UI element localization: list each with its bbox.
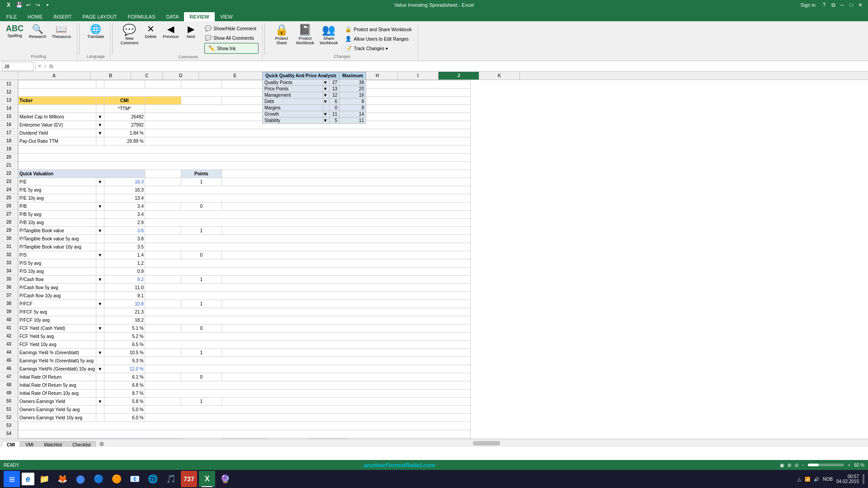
share-workbook-btn[interactable]: 👥 ShareWorkbook: [317, 23, 340, 47]
customize-quick-btn[interactable]: ▼: [43, 1, 52, 9]
cell-e22[interactable]: Points: [181, 170, 222, 178]
show-desktop-btn[interactable]: [863, 474, 864, 484]
cell-a25[interactable]: P/E 10y avg: [19, 194, 96, 202]
sheet-tab-checklist[interactable]: Checklist: [67, 441, 96, 447]
cell-rest24[interactable]: [145, 186, 470, 194]
cell-b30[interactable]: [96, 235, 104, 243]
cell-b38[interactable]: ▼: [96, 300, 104, 308]
cell-a39[interactable]: P/FCF 5y avg: [19, 308, 96, 316]
ext5-icon[interactable]: 🎵: [163, 471, 179, 487]
cell-a44[interactable]: Earnings Yield % (Greenblatt): [19, 349, 96, 357]
cell-rest34[interactable]: [145, 267, 470, 276]
cell-a46[interactable]: Earnings Yield% (Greenblatt) 10y avg: [19, 365, 96, 373]
cell-d44[interactable]: [145, 349, 181, 357]
redo-quick-btn[interactable]: ↪: [34, 1, 42, 9]
cell-rest47[interactable]: [222, 373, 470, 381]
name-box[interactable]: [2, 62, 33, 71]
maximize-btn[interactable]: □: [847, 1, 855, 9]
cell-e50[interactable]: 1: [181, 398, 222, 406]
cell-a17[interactable]: Dividend Yield: [19, 129, 96, 137]
cell-rest41[interactable]: [222, 324, 470, 333]
tab-formulas[interactable]: FORMULAS: [122, 12, 160, 21]
cell-e11[interactable]: [181, 80, 222, 89]
view-layout-icon[interactable]: ⊞: [788, 463, 791, 468]
cell-b34[interactable]: [96, 267, 104, 276]
cell-d47[interactable]: [145, 373, 181, 381]
cell-rest33[interactable]: [145, 259, 470, 267]
cell-b14[interactable]: [96, 105, 104, 113]
col-header-e[interactable]: E: [199, 72, 271, 80]
cell-rest45[interactable]: [145, 357, 470, 365]
tab-insert[interactable]: INSERT: [48, 12, 77, 21]
cell-rest46[interactable]: [145, 365, 470, 373]
cell-c33[interactable]: 1.2: [104, 259, 145, 267]
sheet-tab-cmi[interactable]: CMI: [2, 441, 20, 447]
cell-c44[interactable]: 10.5 %: [104, 349, 145, 357]
cell-a14[interactable]: [19, 105, 96, 113]
cell-a50[interactable]: Owners Earnings Yield: [19, 398, 96, 406]
cell-b15[interactable]: ▼: [96, 113, 104, 121]
row12[interactable]: [19, 89, 471, 97]
cell-rest30[interactable]: [145, 235, 470, 243]
cell-a43[interactable]: FCF Yield 10y avg: [19, 341, 96, 349]
cell-a31[interactable]: P/Tangible Book value 10y avg: [19, 243, 96, 251]
cell-rest35[interactable]: [222, 276, 470, 284]
close-btn[interactable]: ✕: [856, 1, 864, 9]
cell-c45[interactable]: 9.3 %: [104, 357, 145, 365]
cell-b23[interactable]: ▼: [96, 178, 104, 186]
tab-view[interactable]: VIEW: [215, 12, 238, 21]
cell-e26[interactable]: 0: [181, 202, 222, 211]
cell-e32[interactable]: 0: [181, 251, 222, 259]
col-header-i[interactable]: I: [398, 72, 439, 80]
cell-c35[interactable]: 9.2: [104, 276, 145, 284]
cell-rest26[interactable]: [222, 202, 470, 211]
cell-c41[interactable]: 5.1 %: [104, 324, 145, 333]
track-changes-btn[interactable]: 📝 Track Changes ▾: [343, 44, 414, 53]
cell-c26[interactable]: 3.4: [104, 202, 145, 211]
add-sheet-btn[interactable]: ⊕: [96, 439, 107, 447]
col-header-k[interactable]: K: [479, 72, 520, 80]
allow-users-edit-btn[interactable]: 👤 Allow Users to Edit Ranges: [343, 34, 414, 43]
cell-b43[interactable]: [96, 341, 104, 349]
cell-rest37[interactable]: [145, 292, 470, 300]
cell-d23[interactable]: [145, 178, 181, 186]
ext6-icon[interactable]: 🔮: [217, 471, 233, 487]
cell-rest51[interactable]: [145, 406, 470, 414]
confirm-formula-btn[interactable]: ✓: [43, 63, 47, 69]
thesaurus-btn[interactable]: 📖 Thesaurus: [50, 23, 74, 40]
cell-b25[interactable]: [96, 194, 104, 202]
cell-b44[interactable]: ▼: [96, 349, 104, 357]
tab-home[interactable]: HOME: [22, 12, 48, 21]
cell-qv-header[interactable]: Quick Valuation: [19, 170, 145, 178]
cell-d38[interactable]: [145, 300, 181, 308]
cell-b40[interactable]: [96, 316, 104, 324]
cell-c38[interactable]: 10.8: [104, 300, 145, 308]
cell-c30[interactable]: 3.8: [104, 235, 145, 243]
cell-c46[interactable]: 12.0 %: [104, 365, 145, 373]
cell-rest23[interactable]: [222, 178, 470, 186]
cell-rest32[interactable]: [222, 251, 470, 259]
cell-a32[interactable]: P/S: [19, 251, 96, 259]
cell-b35[interactable]: ▼: [96, 276, 104, 284]
translate-btn[interactable]: 🌐 Translate: [85, 23, 106, 40]
cell-c52[interactable]: 6.0 %: [104, 414, 145, 422]
cell-rest22[interactable]: [222, 170, 470, 178]
chrome-icon[interactable]: ⬤: [72, 471, 89, 487]
cell-rest50[interactable]: [222, 398, 470, 406]
cell-c16[interactable]: 27992: [104, 121, 145, 129]
col-header-j[interactable]: J: [439, 72, 479, 80]
cell-c37[interactable]: 9.1: [104, 292, 145, 300]
zoom-slider[interactable]: [808, 464, 844, 466]
cell-c29[interactable]: 3.8: [104, 227, 145, 235]
cell-e13[interactable]: [181, 97, 222, 105]
cell-b42[interactable]: [96, 333, 104, 341]
research-btn[interactable]: 🔍 Research: [27, 23, 49, 40]
cell-b41[interactable]: ▼: [96, 324, 104, 333]
show-ink-btn[interactable]: ✏️ Show Ink: [204, 43, 258, 54]
show-all-comments-btn[interactable]: 💬 Show All Comments: [203, 33, 258, 42]
cell-e47[interactable]: 0: [181, 373, 222, 381]
cell-a13[interactable]: Ticker: [19, 97, 96, 105]
cell-rest49[interactable]: [145, 389, 470, 398]
cancel-formula-btn[interactable]: ✕: [38, 63, 42, 69]
cell-c14[interactable]: *TTM*: [104, 105, 145, 113]
